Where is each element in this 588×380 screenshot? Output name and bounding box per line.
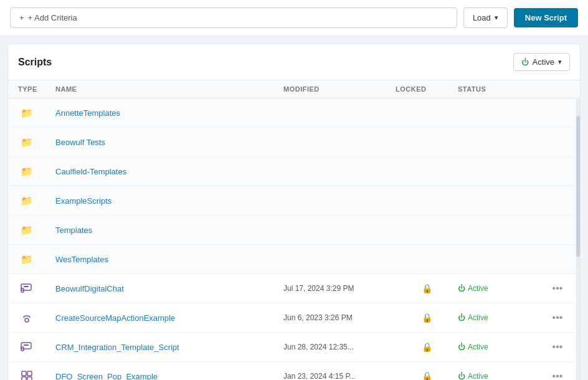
col-status: STATUS	[458, 85, 545, 93]
folder-name-caulfield[interactable]: Caulfield-Templates	[55, 167, 283, 176]
power-icon: ⏻	[458, 284, 465, 293]
script-name-crm[interactable]: CRM_Integration_Template_Script	[55, 343, 283, 352]
folder-name-templates[interactable]: Templates	[55, 226, 283, 235]
col-modified: MODIFIED	[283, 85, 396, 93]
col-type: TYPE	[18, 85, 55, 93]
add-criteria-button[interactable]: + + Add Criteria	[10, 7, 457, 28]
new-script-button[interactable]: New Script	[514, 8, 578, 27]
scrollbar-thumb[interactable]	[576, 116, 580, 257]
table-row: 📁 WesTemplates	[8, 245, 580, 274]
script-name-dfo[interactable]: DFO_Screen_Pop_Example	[55, 372, 283, 381]
col-actions	[545, 85, 570, 93]
table-row: 📁 ExampleScripts	[8, 186, 580, 216]
chevron-down-icon: ▾	[558, 58, 562, 66]
svg-point-3	[25, 318, 29, 322]
scripts-panel: Scripts ⏻ Active ▾ TYPE NAME MODIFIED LO…	[7, 44, 581, 380]
lock-icon-beowulf-chat: 🔒	[396, 283, 458, 293]
svg-rect-8	[27, 371, 32, 376]
table-row: 📁 Beowulf Tests	[8, 128, 580, 157]
script-modified-dfo: Jan 23, 2024 4:15 P...	[283, 372, 396, 380]
load-label: Load	[473, 13, 491, 22]
folder-icon-templates: 📁	[18, 221, 36, 239]
table-row: CreateSourceMapActionExample Jun 6, 2023…	[8, 303, 580, 333]
lock-icon-dfo: 🔒	[396, 371, 458, 380]
power-icon: ⏻	[458, 313, 465, 322]
status-active-beowulf-chat: ⏻ Active	[458, 284, 545, 293]
script-name-create-source[interactable]: CreateSourceMapActionExample	[55, 313, 283, 323]
plus-icon: +	[19, 13, 24, 22]
script-icon-dfo	[18, 368, 36, 380]
load-button[interactable]: Load ▾	[463, 7, 508, 28]
status-filter-button[interactable]: ⏻ Active ▾	[513, 53, 570, 71]
script-modified-create-source: Jun 6, 2023 3:26 PM	[283, 313, 396, 322]
table-row: 📁 Templates	[8, 216, 580, 245]
folder-icon-annette: 📁	[18, 104, 36, 121]
table-row: DFO_Screen_Pop_Example Jan 23, 2024 4:15…	[8, 362, 580, 380]
new-script-label: New Script	[525, 13, 567, 22]
svg-rect-5	[24, 344, 29, 346]
more-button-create-source[interactable]: •••	[545, 311, 570, 325]
more-button-beowulf-chat[interactable]: •••	[545, 282, 570, 295]
table-header: TYPE NAME MODIFIED LOCKED STATUS	[8, 80, 580, 98]
more-button-dfo[interactable]: •••	[545, 369, 570, 380]
folder-icon-example: 📁	[18, 192, 36, 209]
power-icon: ⏻	[458, 372, 465, 380]
svg-rect-9	[22, 377, 26, 380]
table-row: CRM_Integration_Template_Script Jun 28, …	[8, 333, 580, 362]
status-active-dfo: ⏻ Active	[458, 372, 545, 380]
script-modified-beowulf-chat: Jul 17, 2024 3:29 PM	[283, 284, 396, 293]
script-modified-crm: Jun 28, 2024 12:35...	[283, 343, 396, 351]
script-name-beowulf-chat[interactable]: BeowulfDigitalChat	[55, 284, 283, 293]
panel-title: Scripts	[18, 57, 52, 68]
folder-name-wes[interactable]: WesTemplates	[55, 255, 283, 264]
script-icon-create-source	[18, 309, 36, 326]
script-icon-crm	[18, 338, 36, 356]
table-row: BeowulfDigitalChat Jul 17, 2024 3:29 PM …	[8, 274, 580, 303]
table-row: 📁 Caulfield-Templates	[8, 157, 580, 186]
folder-name-annette[interactable]: AnnetteTemplates	[55, 108, 283, 118]
folder-icon-wes: 📁	[18, 250, 36, 268]
scrollbar[interactable]	[576, 98, 580, 380]
table-body: 📁 AnnetteTemplates 📁 Beowulf Tests 📁 Cau…	[8, 98, 580, 380]
power-icon: ⏻	[458, 343, 465, 351]
script-icon-beowulf-chat	[18, 280, 36, 297]
lock-icon-crm: 🔒	[396, 342, 458, 352]
svg-rect-7	[22, 371, 26, 376]
svg-rect-1	[24, 286, 29, 287]
folder-name-example[interactable]: ExampleScripts	[55, 196, 283, 206]
status-filter-label: Active	[533, 57, 554, 67]
top-bar: + + Add Criteria Load ▾ New Script	[0, 0, 588, 36]
more-button-crm[interactable]: •••	[545, 340, 570, 354]
col-locked: LOCKED	[396, 85, 458, 93]
folder-icon-beowulf: 📁	[18, 133, 36, 151]
table-row: 📁 AnnetteTemplates	[8, 98, 580, 128]
status-active-crm: ⏻ Active	[458, 343, 545, 351]
lock-icon-create-source: 🔒	[396, 313, 458, 323]
folder-icon-caulfield: 📁	[18, 163, 36, 180]
panel-header: Scripts ⏻ Active ▾	[8, 44, 580, 80]
folder-name-beowulf[interactable]: Beowulf Tests	[55, 138, 283, 147]
add-criteria-label: + Add Criteria	[28, 13, 77, 22]
chevron-down-icon: ▾	[495, 14, 498, 22]
svg-rect-10	[27, 377, 32, 380]
col-name: NAME	[55, 85, 283, 93]
status-active-create-source: ⏻ Active	[458, 313, 545, 322]
power-icon: ⏻	[521, 58, 529, 67]
